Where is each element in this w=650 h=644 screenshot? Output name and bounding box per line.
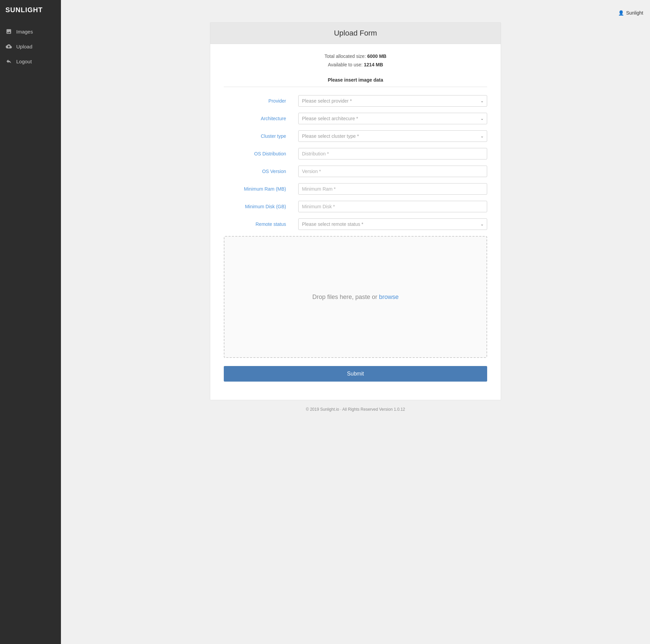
sidebar-item-upload-label: Upload [16,44,32,49]
minimum-disk-label: Minimum Disk (GB) [224,204,291,209]
remote-status-select-wrapper: Please select remote status * ⌄ [298,218,487,230]
cluster-type-select[interactable]: Please select cluster type * [298,130,487,142]
user-info: 👤 Sunlight [618,10,643,16]
remote-status-control: Please select remote status * ⌄ [298,218,487,230]
dropzone[interactable]: Drop files here, paste or browse [224,236,487,358]
total-label: Total allocated size: [325,53,366,59]
provider-row: Provider Please select provider * ⌄ [224,95,487,107]
sidebar-item-upload[interactable]: Upload [0,39,61,54]
form-card-body: Total allocated size: 6000 MB Available … [210,44,501,390]
architecture-label: Architecture [224,116,291,121]
provider-select-wrapper: Please select provider * ⌄ [298,95,487,107]
form-card-header: Upload Form [210,23,501,44]
username: Sunlight [626,10,643,16]
main-content: 👤 Sunlight Upload Form Total allocated s… [61,0,650,644]
page-title: Upload Form [217,29,494,38]
os-version-row: OS Version [224,166,487,177]
browse-link[interactable]: browse [379,294,399,300]
upload-icon [5,43,12,50]
os-version-control [298,166,487,177]
architecture-select-wrapper: Please select architecure * ⌄ [298,113,487,124]
cluster-type-row: Cluster type Please select cluster type … [224,130,487,142]
cluster-type-select-wrapper: Please select cluster type * ⌄ [298,130,487,142]
sidebar-item-logout-label: Logout [16,59,32,64]
submit-button[interactable]: Submit [224,366,487,382]
os-version-input[interactable] [298,166,487,177]
provider-label: Provider [224,98,291,104]
architecture-control: Please select architecure * ⌄ [298,113,487,124]
os-version-label: OS Version [224,169,291,174]
images-icon [5,28,12,35]
available-value: 1214 MB [364,62,383,67]
logout-icon [5,58,12,65]
sidebar-item-logout[interactable]: Logout [0,54,61,69]
sidebar-item-images-label: Images [16,29,33,35]
architecture-row: Architecture Please select architecure *… [224,113,487,124]
minimum-ram-label: Minimum Ram (MB) [224,186,291,192]
sidebar-item-images[interactable]: Images [0,24,61,39]
app-logo: SUNLIGHT [0,0,61,21]
cluster-type-control: Please select cluster type * ⌄ [298,130,487,142]
os-distribution-control [298,148,487,159]
minimum-ram-row: Minimum Ram (MB) [224,183,487,195]
provider-select[interactable]: Please select provider * [298,95,487,107]
sidebar-nav: Images Upload Logout [0,24,61,69]
cluster-type-label: Cluster type [224,133,291,139]
architecture-select[interactable]: Please select architecure * [298,113,487,124]
remote-status-row: Remote status Please select remote statu… [224,218,487,230]
sidebar: SUNLIGHT Images Upload [0,0,61,644]
storage-info: Total allocated size: 6000 MB Available … [224,52,487,69]
os-distribution-row: OS Distribution [224,148,487,159]
minimum-disk-row: Minimum Disk (GB) [224,201,487,212]
page-footer: © 2019 Sunlight.io · All Rights Reserved… [68,407,643,412]
os-distribution-input[interactable] [298,148,487,159]
available-label: Available to use: [328,62,362,67]
provider-control: Please select provider * ⌄ [298,95,487,107]
minimum-disk-input[interactable] [298,201,487,212]
total-value: 6000 MB [367,53,387,59]
remote-status-label: Remote status [224,221,291,227]
minimum-ram-input[interactable] [298,183,487,195]
remote-status-select[interactable]: Please select remote status * [298,218,487,230]
dropzone-label: Drop files here, paste or [312,294,379,300]
minimum-ram-control [298,183,487,195]
dropzone-text: Drop files here, paste or browse [312,294,398,301]
footer-text: © 2019 Sunlight.io · All Rights Reserved… [306,407,405,412]
user-icon: 👤 [618,10,624,16]
top-bar: 👤 Sunlight [68,7,643,19]
minimum-disk-control [298,201,487,212]
os-distribution-label: OS Distribution [224,151,291,156]
section-title: Please insert image data [224,77,487,87]
form-card: Upload Form Total allocated size: 6000 M… [210,22,501,400]
